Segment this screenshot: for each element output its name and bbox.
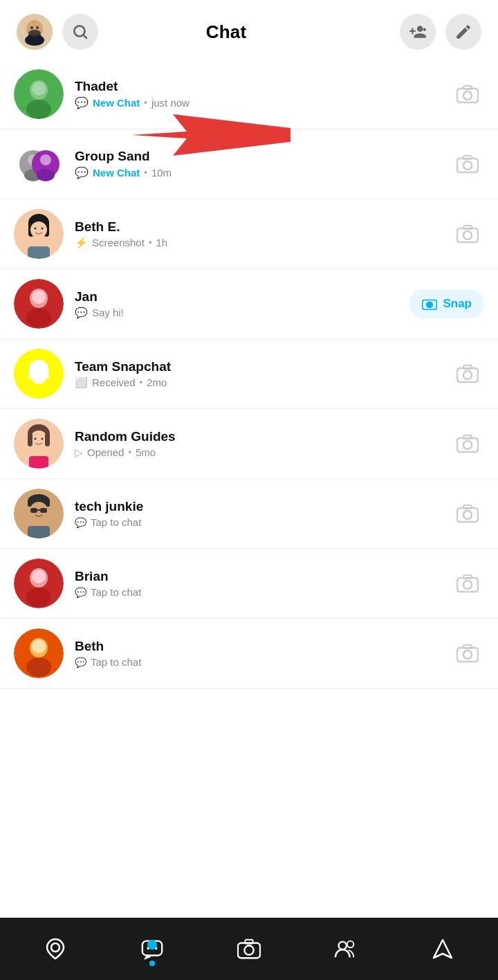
svg-rect-70 [463, 505, 472, 509]
svg-point-93 [339, 942, 347, 950]
svg-point-34 [42, 228, 44, 230]
svg-rect-38 [463, 226, 472, 229]
map-icon [44, 937, 67, 961]
friends-icon [334, 937, 358, 961]
chat-status-beth-e: ⚡ Screenshot • 1h [75, 237, 451, 249]
camera-icon-team-snapchat[interactable] [451, 357, 484, 390]
chat-status-thadet: 💬 New Chat • just now [75, 96, 451, 109]
chat-item-brian[interactable]: Brian 💬 Tap to chat [0, 549, 498, 619]
svg-rect-55 [28, 433, 33, 446]
status-label-brian: Tap to chat [91, 586, 141, 598]
chat-name-team-snapchat: Team Snapchat [75, 359, 451, 374]
chat-info-random-guides: Random Guides ▷ Opened • 5mo [75, 429, 451, 459]
chat-item-beth[interactable]: Beth 💬 Tap to chat [0, 619, 498, 689]
svg-point-44 [427, 302, 432, 307]
svg-point-8 [74, 26, 84, 36]
svg-rect-64 [30, 508, 37, 513]
chat-icon [140, 937, 164, 961]
status-label-beth: Tap to chat [91, 656, 141, 668]
svg-point-41 [26, 308, 51, 327]
svg-rect-84 [463, 645, 472, 648]
status-time-thadet: just now [151, 97, 190, 109]
nav-item-discover[interactable] [420, 930, 465, 968]
chat-info-team-snapchat: Team Snapchat ⬜ Received • 2mo [75, 359, 451, 389]
avatar-tech-junkie [14, 489, 64, 538]
chat-item-team-snapchat[interactable]: Team Snapchat ⬜ Received • 2mo [0, 339, 498, 409]
chat-name-beth: Beth [75, 639, 451, 654]
svg-rect-35 [28, 246, 50, 259]
svg-rect-26 [463, 156, 472, 159]
chat-info-tech-junkie: tech junkie 💬 Tap to chat [75, 499, 451, 528]
header-right-icons [400, 14, 481, 50]
camera-icon-thadet[interactable] [451, 78, 484, 111]
svg-rect-92 [245, 940, 252, 944]
svg-point-25 [463, 161, 472, 170]
svg-point-22 [40, 154, 51, 165]
svg-point-14 [32, 82, 46, 96]
svg-rect-48 [463, 365, 472, 369]
svg-rect-59 [463, 435, 472, 439]
chat-item-random-guides[interactable]: Random Guides ▷ Opened • 5mo [0, 409, 498, 479]
svg-rect-65 [40, 508, 47, 513]
chat-status-team-snapchat: ⬜ Received • 2mo [75, 376, 451, 389]
edit-button[interactable] [445, 14, 481, 50]
chat-status-group-sand: 💬 New Chat • 10m [75, 166, 451, 179]
chat-info-thadet: Thadet 💬 New Chat • just now [75, 79, 451, 109]
nav-active-indicator [149, 961, 155, 966]
chat-status-beth: 💬 Tap to chat [75, 656, 451, 668]
svg-point-6 [36, 26, 39, 29]
status-label-team-snapchat: Received [92, 376, 136, 388]
user-avatar[interactable] [17, 14, 53, 50]
chat-item-tech-junkie[interactable]: tech junkie 💬 Tap to chat [0, 479, 498, 549]
status-label-random-guides: Opened [87, 446, 124, 458]
chat-info-beth: Beth 💬 Tap to chat [75, 639, 451, 668]
add-friend-button[interactable] [400, 14, 436, 50]
chat-name-random-guides: Random Guides [75, 429, 451, 444]
chat-item-jan[interactable]: Jan 💬 Say hi! Snap [0, 269, 498, 339]
svg-point-69 [463, 511, 472, 519]
svg-point-47 [463, 371, 472, 379]
chat-name-beth-e: Beth E. [75, 219, 451, 235]
nav-item-friends[interactable] [323, 930, 369, 968]
camera-icon-brian[interactable] [451, 567, 484, 600]
svg-rect-77 [463, 575, 472, 579]
avatar-beth [14, 628, 64, 678]
chat-info-beth-e: Beth E. ⚡ Screenshot • 1h [75, 219, 451, 249]
chat-status-brian: 💬 Tap to chat [75, 586, 451, 598]
camera-icon-beth-e[interactable] [451, 217, 484, 251]
camera-icon-random-guides[interactable] [451, 427, 484, 460]
chat-item-beth-e[interactable]: Beth E. ⚡ Screenshot • 1h [0, 199, 498, 269]
svg-point-53 [42, 438, 44, 440]
snap-button-jan[interactable]: Snap [409, 289, 484, 318]
avatar-beth-e [14, 209, 64, 259]
svg-point-42 [32, 290, 46, 304]
nav-item-camera[interactable] [226, 930, 272, 968]
chat-item-thadet[interactable]: Thadet 💬 New Chat • just now [0, 60, 498, 129]
svg-point-80 [26, 657, 51, 677]
camera-icon-tech-junkie[interactable] [451, 497, 484, 530]
avatar-jan [14, 279, 64, 329]
bottom-nav [0, 918, 498, 980]
status-label-tech-junkie: Tap to chat [91, 516, 141, 528]
nav-item-chat[interactable] [129, 930, 175, 968]
status-label-group-sand: New Chat [93, 167, 140, 179]
svg-point-13 [26, 100, 51, 119]
chat-item-group-sand[interactable]: Group Sand 💬 New Chat • 10m [0, 129, 498, 199]
discover-icon [431, 937, 454, 961]
svg-point-32 [30, 221, 47, 238]
nav-item-map[interactable] [33, 930, 78, 968]
svg-point-7 [28, 30, 41, 37]
camera-icon-beth[interactable] [451, 637, 484, 670]
chat-badge [147, 940, 157, 950]
svg-point-16 [463, 91, 472, 100]
search-button[interactable] [62, 14, 98, 50]
svg-point-5 [30, 26, 33, 29]
left-icons [62, 14, 98, 50]
svg-rect-67 [28, 526, 50, 538]
chat-info-group-sand: Group Sand 💬 New Chat • 10m [75, 149, 451, 179]
chat-name-group-sand: Group Sand [75, 149, 451, 164]
svg-rect-17 [463, 86, 472, 89]
status-label-thadet: New Chat [93, 97, 140, 109]
chat-info-jan: Jan 💬 Say hi! [75, 289, 409, 319]
camera-icon-group-sand[interactable] [451, 147, 484, 181]
